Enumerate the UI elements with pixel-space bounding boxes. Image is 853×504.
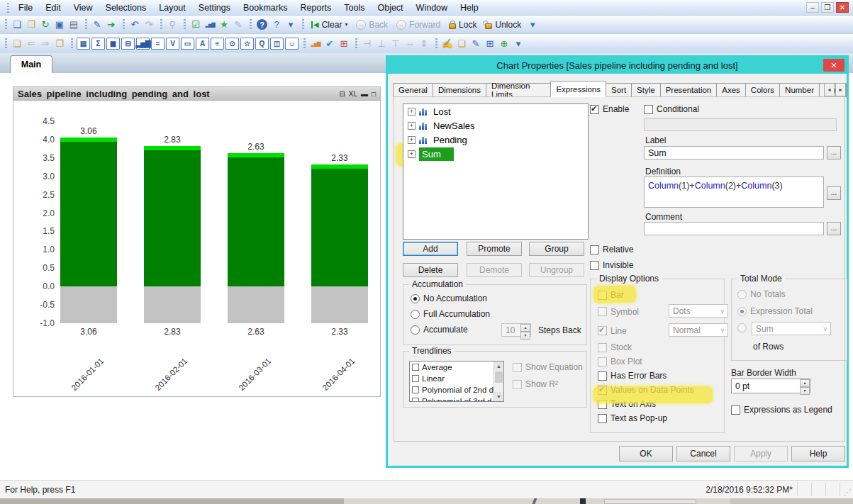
create-button-icon[interactable]: ☺ [285,38,299,50]
save-icon[interactable]: ▣ [52,18,67,32]
restore-button-icon[interactable]: ❐ [821,2,834,13]
radio-no-accumulation[interactable]: No Accumulation [411,293,487,303]
create-listbox-icon[interactable]: ▤ [77,38,90,50]
delete-button[interactable]: Delete [403,263,458,277]
invisible-checkbox[interactable]: Invisible [590,260,633,270]
bar-segment-gray[interactable] [311,286,368,323]
bar-segment-dark-green[interactable] [60,142,117,286]
web-view-icon[interactable]: ⊕ [497,37,511,51]
create-checkbox-icon[interactable]: V [166,38,179,50]
edit-sheet-properties-icon[interactable]: ✎ [90,18,104,32]
open-file-icon[interactable]: ❐ [24,18,38,32]
label-ellipsis-button[interactable]: ... [827,146,841,159]
add-bookmark-icon[interactable]: ★ [217,18,231,32]
dialog-title-bar[interactable]: Chart Properties [Sales pipeline includi… [388,57,847,74]
checkbox-icon[interactable] [731,405,740,415]
create-bookmark-object-icon[interactable]: ☆ [240,38,254,50]
sheet-properties-icon[interactable]: ❐ [52,37,67,51]
create-table-box-icon[interactable]: ▦ [106,38,120,50]
tab-presentation[interactable]: Presentation [660,83,718,97]
expand-plus-icon[interactable]: + [408,136,416,144]
menu-reports[interactable]: Reports [294,1,338,14]
expand-plus-icon[interactable]: + [408,122,416,130]
menu-layout[interactable]: Layout [152,1,192,14]
bar-segment-bright-green[interactable] [144,146,201,150]
scroll-down-icon[interactable]: ▼ [494,392,503,401]
new-document-icon[interactable]: ❏ [10,18,24,32]
tab-scroll-left[interactable]: ◂ [824,83,835,96]
trendline-option-polynomial-of-2nd-d[interactable]: Polynomial of 2nd d [410,384,503,396]
comment-ellipsis-button[interactable]: ... [827,222,841,235]
relative-checkbox[interactable]: Relative [590,245,633,254]
maximize-icon[interactable]: □ [372,90,376,98]
enable-checkbox[interactable]: Enable [590,104,629,114]
add-sheet-icon[interactable]: ❏ [10,37,24,51]
minimize-button-icon[interactable]: – [806,2,819,13]
menu-edit[interactable]: Edit [39,1,67,14]
reload-icon[interactable]: ↻ [38,18,52,32]
display-option-values-on-data-points[interactable]: Values on Data Points [598,383,721,397]
current-selections-icon[interactable]: ☑ [189,18,203,32]
menu-window[interactable]: Window [410,1,454,14]
checkbox-icon[interactable] [598,414,607,423]
scroll-up-icon[interactable]: ▲ [494,362,503,371]
tab-style[interactable]: Style [631,83,661,97]
menu-view[interactable]: View [67,1,99,14]
export-icon[interactable]: ➔ [104,18,118,32]
bar-border-width-spinner[interactable]: 0 pt ▴▾ [731,379,810,393]
scroll-thumb[interactable] [495,371,503,383]
menu-bookmarks[interactable]: Bookmarks [237,1,294,14]
bar-segment-bright-green[interactable] [60,138,117,142]
spinner-arrows-icon[interactable]: ▴▾ [800,379,810,393]
ok-button[interactable]: OK [619,446,673,461]
conditional-checkbox[interactable]: Conditional [644,104,699,114]
checkbox-icon[interactable] [598,371,607,381]
create-text-object-icon[interactable]: A [196,38,209,50]
group-button[interactable]: Group [529,242,584,256]
print-icon[interactable]: ▤ [67,18,81,32]
trendline-option-average[interactable]: Average [410,362,503,373]
trendline-option-linear[interactable]: Linear [410,373,503,384]
menu-tools[interactable]: Tools [338,1,371,14]
checkbox-icon[interactable] [598,386,607,395]
quick-chart-wizard-icon[interactable]: ▂▅▇ [203,18,217,32]
promote-button[interactable]: Promote [467,242,522,256]
checkbox-icon[interactable] [590,105,599,114]
bar-segment-gray[interactable] [60,286,117,323]
tab-general[interactable]: General [393,83,433,97]
trendlines-listbox[interactable]: AverageLinearPolynomial of 2nd dPolynomi… [409,361,504,402]
cancel-button[interactable]: Cancel [676,446,730,461]
toolbar-overflow-icon[interactable]: ▾ [511,37,525,51]
create-search-object-icon[interactable]: Q [255,38,269,50]
expressions-as-legend-checkbox[interactable]: Expressions as Legend [731,405,832,415]
bar-segment-bright-green[interactable] [311,164,368,169]
tab-dimensions[interactable]: Dimensions [433,83,486,97]
checkbox-icon[interactable] [598,291,607,300]
menu-file[interactable]: File [12,1,39,14]
chart-window[interactable]: Sales pipeline including pending and los… [13,86,381,397]
menu-object[interactable]: Object [371,1,409,14]
display-option-bar[interactable]: Bar [598,288,721,302]
radio-icon[interactable] [411,294,420,303]
comment-field[interactable] [644,222,824,235]
expression-list[interactable]: +Lost+NewSales+Pending+Sum [403,103,589,240]
copy-page-icon[interactable]: ❏ [455,37,469,51]
expand-plus-icon[interactable]: + [408,108,416,116]
create-calendar-icon[interactable]: ⊙ [225,38,239,50]
create-current-selections-icon[interactable]: ◫ [270,38,284,50]
unlock-button[interactable]: Unlock [481,18,525,32]
whats-this-icon[interactable]: ? [269,18,284,32]
radio-icon[interactable] [411,325,420,335]
tab-expressions[interactable]: Expressions [550,81,606,97]
create-container-icon[interactable]: ▭ [181,38,194,50]
tab-dimension-limits[interactable]: Dimension Limits [486,83,551,97]
expression-item-newsales[interactable]: +NewSales [403,118,588,133]
display-option-text-on-axis[interactable]: Text on Axis [598,397,721,411]
checkbox-icon[interactable] [590,245,599,254]
trendline-option-polynomial-of-3rd-d[interactable]: Polynomial of 3rd d [410,396,503,402]
expression-item-pending[interactable]: +Pending [403,133,588,147]
menu-selections[interactable]: Selections [99,1,153,14]
clear-button[interactable]: ◀Clear▾ [307,18,352,32]
move-object-icon[interactable]: ✍ [440,37,455,51]
checkbox-icon[interactable] [412,364,419,371]
